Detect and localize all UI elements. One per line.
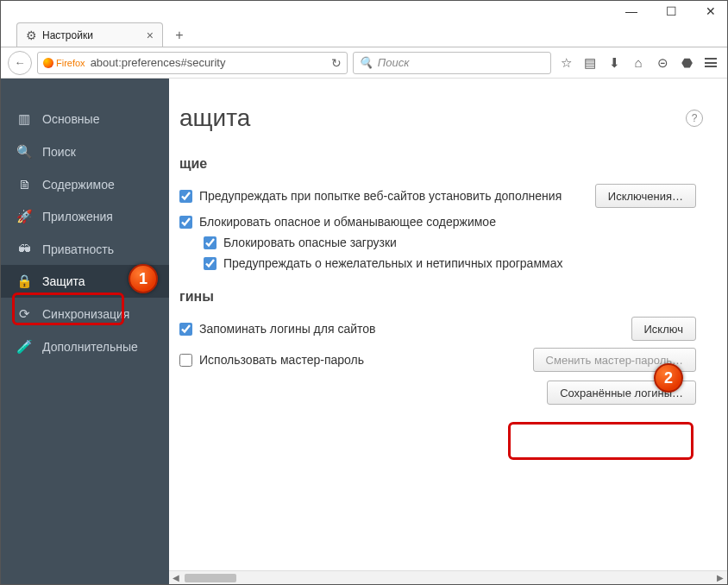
- identity-label: Firefox: [56, 58, 85, 68]
- sidebar-item-advanced[interactable]: 🧪 Дополнительные: [1, 330, 169, 363]
- checkbox-warn-unwanted[interactable]: [204, 257, 217, 270]
- login-exceptions-button[interactable]: Исключ: [631, 317, 697, 341]
- preferences-sidebar: ▥ Основные 🔍 Поиск 🗎 Содержимое 🚀 Прилож…: [1, 79, 169, 584]
- gear-icon: ⚙: [26, 28, 37, 42]
- sidebar-item-label: Дополнительные: [42, 340, 138, 354]
- navigation-toolbar: ← Firefox about:preferences#security ↻ 🔍…: [1, 47, 727, 79]
- checkbox-block-dangerous[interactable]: [179, 216, 192, 229]
- label-warn-unwanted: Предупреждать о нежелательных и нетипичн…: [223, 256, 562, 270]
- sidebar-item-label: Защита: [42, 274, 85, 288]
- new-tab-button[interactable]: +: [168, 24, 191, 47]
- section-general-heading: щие: [179, 156, 696, 172]
- scrollbar-thumb[interactable]: [185, 574, 236, 582]
- search-placeholder: Поиск: [378, 56, 410, 69]
- rocket-icon: 🚀: [16, 209, 32, 224]
- scroll-right-icon[interactable]: ▶: [713, 573, 727, 582]
- window-titlebar: — ☐ ✕: [1, 1, 727, 22]
- document-icon: 🗎: [16, 177, 32, 192]
- page-title: ащита: [179, 104, 696, 132]
- label-warn-addons: Предупреждать при попытке веб-сайтов уст…: [199, 189, 562, 203]
- checkbox-remember-logins[interactable]: [179, 323, 192, 336]
- scroll-left-icon[interactable]: ◀: [169, 573, 183, 582]
- home-icon[interactable]: ⌂: [629, 53, 648, 72]
- sidebar-item-search[interactable]: 🔍 Поиск: [1, 135, 169, 168]
- library-icon[interactable]: ▤: [581, 53, 599, 72]
- bookmark-star-icon[interactable]: ☆: [556, 53, 575, 72]
- browser-window: — ☐ ✕ ⚙ Настройки × + ← Firefox about:pr…: [0, 0, 728, 585]
- annotation-marker-1: 1: [129, 264, 158, 293]
- sidebar-item-label: Содержимое: [42, 178, 115, 192]
- tab-title: Настройки: [42, 29, 141, 41]
- label-block-dangerous: Блокировать опасное и обманывающее содер…: [199, 215, 496, 229]
- downloads-icon[interactable]: ⬇: [605, 53, 624, 72]
- sidebar-item-label: Синхронизация: [42, 307, 129, 321]
- label-block-downloads: Блокировать опасные загрузки: [223, 236, 397, 249]
- horizontal-scrollbar[interactable]: ◀ ▶: [169, 570, 727, 584]
- sidebar-item-sync[interactable]: ⟳ Синхронизация: [1, 298, 169, 330]
- annotation-marker-2: 2: [654, 363, 683, 393]
- search-icon: 🔍: [359, 56, 373, 69]
- back-button[interactable]: ←: [8, 51, 32, 75]
- mask-icon: 🕶: [16, 242, 32, 256]
- sidebar-item-label: Приложения: [42, 210, 113, 223]
- search-icon: 🔍: [16, 144, 32, 160]
- sync-icon: ⟳: [16, 306, 32, 322]
- section-logins-heading: гины: [179, 289, 696, 305]
- tab-settings[interactable]: ⚙ Настройки ×: [16, 22, 163, 47]
- sidebar-item-content[interactable]: 🗎 Содержимое: [1, 168, 169, 200]
- site-identity[interactable]: Firefox: [43, 58, 85, 68]
- tab-strip: ⚙ Настройки × +: [1, 22, 727, 47]
- pocket-icon[interactable]: ⬣: [677, 53, 696, 72]
- general-icon: ▥: [16, 111, 32, 127]
- preferences-content: ? ащита щие Предупреждать при попытке ве…: [169, 79, 727, 584]
- checkbox-block-downloads[interactable]: [204, 236, 217, 249]
- sidebar-item-label: Приватность: [42, 242, 114, 256]
- window-close-button[interactable]: ✕: [701, 3, 720, 19]
- main-area: ▥ Основные 🔍 Поиск 🗎 Содержимое 🚀 Прилож…: [1, 79, 727, 584]
- label-master-password: Использовать мастер-пароль: [199, 353, 364, 367]
- checkbox-warn-addons[interactable]: [179, 190, 192, 203]
- help-icon[interactable]: ?: [686, 110, 703, 127]
- url-bar[interactable]: Firefox about:preferences#security ↻: [37, 52, 348, 74]
- exceptions-button[interactable]: Исключения…: [595, 184, 696, 208]
- window-minimize-button[interactable]: —: [622, 3, 641, 19]
- sidebar-item-applications[interactable]: 🚀 Приложения: [1, 200, 169, 233]
- sync-icon[interactable]: ⊝: [653, 53, 672, 72]
- lock-icon: 🔒: [16, 274, 32, 289]
- sidebar-item-privacy[interactable]: 🕶 Приватность: [1, 233, 169, 265]
- menu-button[interactable]: [701, 53, 720, 72]
- window-maximize-button[interactable]: ☐: [662, 3, 681, 19]
- sidebar-item-general[interactable]: ▥ Основные: [1, 103, 169, 135]
- label-remember-logins: Запоминать логины для сайтов: [199, 322, 375, 336]
- url-text: about:preferences#security: [91, 56, 326, 69]
- search-bar[interactable]: 🔍 Поиск: [353, 52, 551, 74]
- checkbox-master-password[interactable]: [179, 354, 192, 367]
- reload-icon[interactable]: ↻: [331, 56, 342, 70]
- flask-icon: 🧪: [16, 339, 32, 355]
- sidebar-item-label: Основные: [42, 112, 99, 126]
- tab-close-icon[interactable]: ×: [147, 28, 154, 42]
- firefox-icon: [43, 58, 53, 68]
- sidebar-item-label: Поиск: [42, 145, 76, 159]
